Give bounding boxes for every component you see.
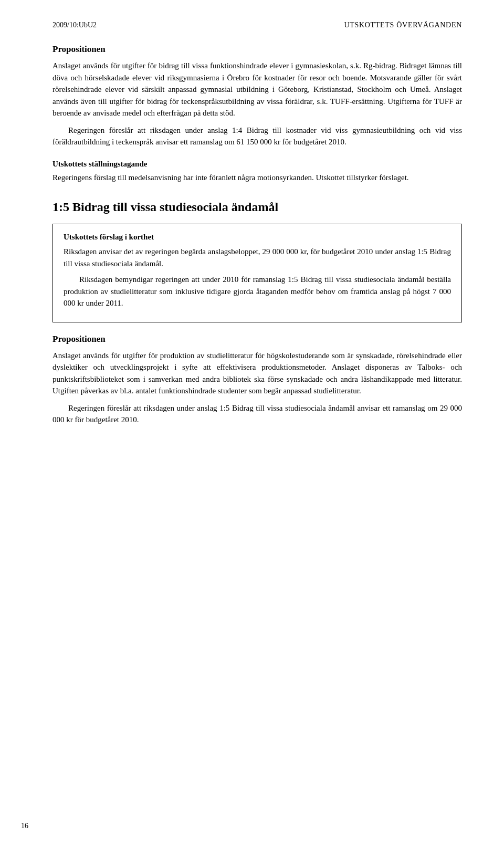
proposition2-heading: Propositionen bbox=[52, 334, 462, 344]
proposition-section: Propositionen Anslaget används för utgif… bbox=[52, 44, 462, 148]
forslag-box: Utskottets förslag i korthet Riksdagen a… bbox=[52, 224, 462, 322]
proposition-paragraph-2: Regeringen föreslår att riksdagen under … bbox=[52, 124, 462, 148]
big-heading: 1:5 Bidrag till vissa studiesociala ända… bbox=[52, 200, 462, 214]
proposition2-section: Propositionen Anslaget används för utgif… bbox=[52, 334, 462, 426]
proposition2-paragraph-2: Regeringen föreslår att riksdagen under … bbox=[52, 402, 462, 426]
page-header: 2009/10:UbU2 Utskottets överväganden bbox=[52, 21, 462, 29]
utskottets-heading: Utskottets ställningstagande bbox=[52, 160, 462, 169]
box-paragraph-1: Riksdagen anvisar det av regeringen begä… bbox=[64, 246, 451, 269]
page: 2009/10:UbU2 Utskottets överväganden Pro… bbox=[0, 0, 504, 846]
doc-id: 2009/10:UbU2 bbox=[52, 21, 97, 29]
header-title: Utskottets överväganden bbox=[344, 21, 462, 29]
proposition-heading: Propositionen bbox=[52, 44, 462, 55]
utskottets-paragraph-1: Regeringens förslag till medelsanvisning… bbox=[52, 172, 462, 184]
page-number: 16 bbox=[21, 822, 28, 830]
box-heading: Utskottets förslag i korthet bbox=[64, 233, 451, 242]
utskottets-section: Utskottets ställningstagande Regeringens… bbox=[52, 160, 462, 184]
proposition-paragraph-1: Anslaget används för utgifter för bidrag… bbox=[52, 60, 462, 119]
proposition2-paragraph-1: Anslaget används för utgifter för produk… bbox=[52, 350, 462, 397]
box-paragraph-2: Riksdagen bemyndigar regeringen att unde… bbox=[64, 274, 451, 309]
